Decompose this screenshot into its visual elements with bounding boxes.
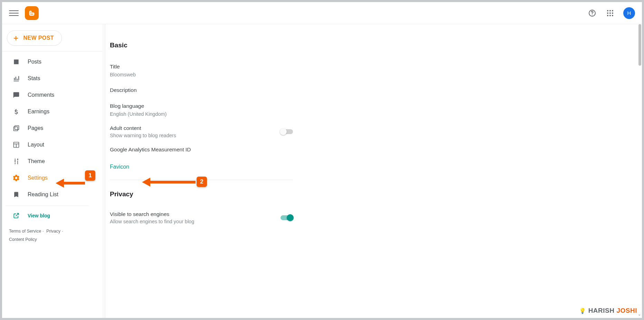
visible-sub: Allow search engines to find your blog — [110, 219, 194, 224]
account-avatar[interactable]: H — [623, 7, 635, 19]
sidebar-item-label: Comments — [28, 92, 54, 98]
visible-toggle[interactable] — [281, 215, 293, 220]
theme-icon — [12, 158, 20, 165]
language-value: English (United Kingdom) — [110, 111, 293, 117]
svg-point-1 — [592, 15, 593, 15]
title-label: Title — [110, 64, 293, 70]
watermark: 💡 HARISH JOSHI — [579, 307, 637, 314]
menu-toggle-icon[interactable] — [9, 8, 19, 18]
basic-section-heading: Basic — [110, 41, 293, 49]
settings-icon — [12, 174, 20, 182]
bookmark-icon — [12, 191, 20, 198]
sidebar-item-layout[interactable]: Layout — [2, 137, 103, 153]
svg-rect-12 — [15, 126, 19, 130]
pages-icon — [12, 125, 20, 132]
bulb-icon: 💡 — [579, 308, 586, 314]
sidebar-item-label: Settings — [28, 175, 48, 181]
ga-row[interactable]: Google Analytics Measurement ID — [110, 142, 293, 158]
sidebar-item-label: Posts — [28, 59, 41, 65]
sidebar-item-pages[interactable]: Pages — [2, 120, 103, 137]
ga-label: Google Analytics Measurement ID — [110, 147, 293, 153]
layout-icon — [12, 141, 20, 148]
posts-icon — [12, 58, 20, 65]
svg-point-2 — [607, 10, 608, 11]
adult-content-sub: Show warning to blog readers — [110, 133, 176, 138]
sidebar-item-label: Earnings — [28, 109, 49, 115]
language-row[interactable]: Blog language English (United Kingdom) — [110, 98, 293, 122]
annotation-badge-2: 2 — [197, 177, 207, 187]
sidebar-item-posts[interactable]: Posts — [2, 54, 103, 70]
plus-icon: ＋ — [12, 34, 20, 42]
sidebar-item-label: Pages — [28, 125, 43, 131]
adult-content-row: Adult content Show warning to blog reade… — [110, 122, 293, 142]
title-value: Bloomsweb — [110, 72, 293, 77]
view-blog-label: View blog — [28, 213, 50, 218]
svg-point-8 — [607, 15, 608, 16]
sidebar-item-label: Stats — [28, 75, 40, 82]
new-post-label: NEW POST — [23, 35, 54, 41]
earnings-icon — [12, 108, 20, 115]
sidebar-item-reading-list[interactable]: Reading List — [2, 186, 103, 203]
comments-icon — [12, 92, 20, 98]
title-row[interactable]: Title Bloomsweb — [110, 59, 293, 82]
sidebar-item-theme[interactable]: Theme — [2, 153, 103, 170]
favicon-link[interactable]: Favicon — [110, 158, 129, 176]
svg-point-3 — [609, 10, 611, 11]
visible-label: Visible to search engines — [110, 211, 194, 217]
sidebar-item-label: Layout — [28, 142, 44, 148]
adult-content-label: Adult content — [110, 125, 176, 131]
watermark-text-1: HARISH — [588, 307, 615, 314]
privacy-link[interactable]: Privacy — [46, 229, 60, 234]
blogger-logo-icon[interactable] — [25, 6, 39, 20]
main-content: ⌄ Basic Title Bloomsweb Description Blog… — [103, 24, 642, 318]
watermark-text-2: JOSHI — [616, 307, 637, 314]
app-root: H ＋ NEW POST Posts Stats — [2, 2, 642, 318]
sidebar-item-stats[interactable]: Stats — [2, 70, 103, 87]
sidebar-item-label: Reading List — [28, 191, 58, 198]
annotation-badge-1: 1 — [85, 170, 95, 181]
main-scrollbar[interactable] — [638, 24, 641, 66]
svg-rect-11 — [14, 81, 19, 82]
adult-content-toggle[interactable] — [281, 129, 293, 134]
svg-point-6 — [609, 12, 611, 14]
description-row[interactable]: Description — [110, 82, 293, 98]
help-icon[interactable] — [585, 6, 599, 20]
privacy-section-heading: Privacy — [110, 190, 293, 198]
apps-grid-icon[interactable] — [603, 6, 617, 20]
description-label: Description — [110, 87, 293, 93]
terms-link[interactable]: Terms of Service — [9, 229, 41, 234]
svg-point-10 — [612, 15, 613, 16]
stats-icon — [12, 75, 20, 82]
svg-point-7 — [612, 12, 613, 14]
open-in-new-icon — [12, 212, 20, 219]
view-blog-link[interactable]: View blog — [2, 208, 103, 223]
sidebar-footer: Terms of Service· Privacy· Content Polic… — [2, 223, 103, 244]
new-post-button[interactable]: ＋ NEW POST — [7, 30, 62, 46]
language-label: Blog language — [110, 103, 293, 109]
svg-point-9 — [609, 15, 611, 16]
sidebar-item-comments[interactable]: Comments — [2, 87, 103, 103]
visible-row: Visible to search engines Allow search e… — [110, 208, 293, 228]
scroll-down-arrow-icon[interactable]: ⌄ — [638, 312, 641, 317]
svg-point-4 — [612, 10, 613, 11]
sidebar-item-label: Theme — [28, 158, 45, 164]
topbar: H — [2, 2, 642, 24]
sidebar-item-earnings[interactable]: Earnings — [2, 103, 103, 120]
content-policy-link[interactable]: Content Policy — [9, 237, 37, 242]
svg-rect-13 — [14, 127, 18, 131]
svg-point-5 — [607, 12, 608, 14]
